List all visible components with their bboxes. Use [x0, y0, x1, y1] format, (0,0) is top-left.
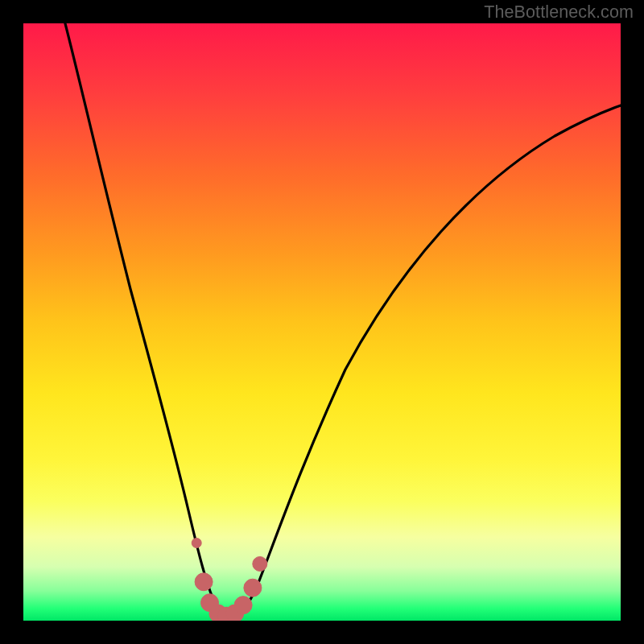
curve-marker [192, 539, 201, 548]
curve-marker [244, 579, 262, 597]
curve-marker [209, 605, 227, 621]
curve-marker [195, 573, 213, 591]
curve-marker [253, 557, 267, 572]
curve-marker [226, 605, 244, 621]
bottleneck-curve [65, 23, 621, 618]
curve-marker [234, 597, 252, 614]
plot-area [23, 23, 621, 621]
marker-group [192, 539, 267, 621]
bottleneck-curve-svg [23, 23, 621, 621]
curve-marker [201, 594, 219, 612]
curve-marker [217, 607, 235, 621]
attribution-text: TheBottleneck.com [484, 2, 634, 23]
chart-frame: TheBottleneck.com [0, 0, 644, 644]
